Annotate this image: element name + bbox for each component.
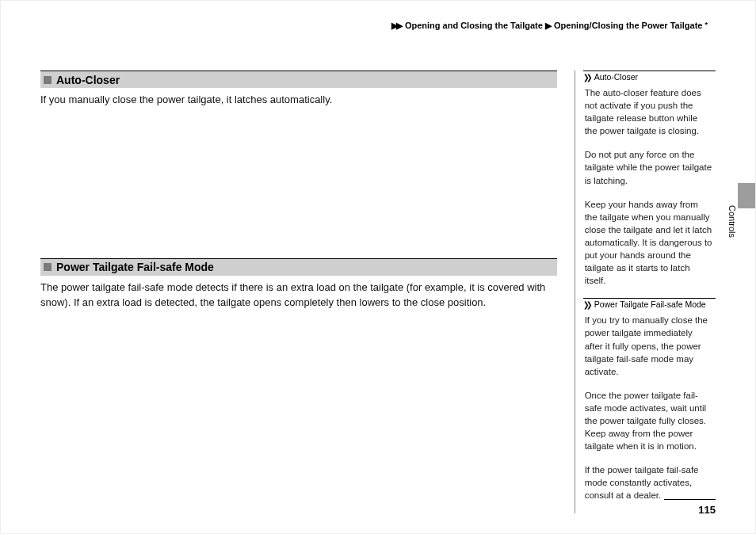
section-thumb-tab	[738, 183, 755, 208]
breadcrumb-seg-2: Opening/Closing the Power Tailgate	[554, 21, 702, 30]
sidebar-paragraph: Keep your hands away from the tailgate w…	[585, 198, 712, 288]
sidebar-paragraph: Do not put any force on the tailgate whi…	[585, 148, 712, 186]
breadcrumb-arrow-icon: ▶	[545, 21, 550, 30]
breadcrumb: ▶▶ Opening and Closing the Tailgate ▶ Op…	[40, 21, 716, 31]
breadcrumb-footnote: *	[704, 21, 708, 29]
breadcrumb-arrow-icon: ▶▶	[391, 21, 401, 30]
section-body-text: If you manually close the power tailgate…	[40, 93, 557, 108]
sidebar-column: ❯❯ Auto-Closer The auto-closer feature d…	[575, 71, 716, 513]
section-side-label: Controls	[727, 205, 737, 238]
chevron-right-icon: ❯❯	[583, 73, 589, 82]
breadcrumb-seg-1: Opening and Closing the Tailgate	[405, 21, 543, 30]
page-number: 115	[698, 504, 716, 516]
chevron-right-icon: ❯❯	[583, 300, 589, 309]
sidebar-heading-failsafe: ❯❯ Power Tailgate Fail-safe Mode	[583, 298, 716, 309]
section-header-failsafe: Power Tailgate Fail-safe Mode	[40, 258, 557, 276]
sidebar-heading-label: Auto-Closer	[594, 72, 638, 82]
main-column: Auto-Closer If you manually close the po…	[40, 71, 575, 311]
section-title: Power Tailgate Fail-safe Mode	[56, 261, 214, 273]
sidebar-paragraph: If you try to manually close the power t…	[585, 314, 712, 377]
sidebar-heading-label: Power Tailgate Fail-safe Mode	[594, 299, 706, 309]
page-number-rule	[664, 499, 716, 500]
square-bullet-icon	[44, 263, 52, 271]
sidebar-heading-auto-closer: ❯❯ Auto-Closer	[583, 71, 716, 82]
square-bullet-icon	[44, 76, 52, 84]
section-header-auto-closer: Auto-Closer	[40, 71, 557, 88]
sidebar-paragraph: The auto-closer feature does not activat…	[585, 86, 712, 137]
sidebar-paragraph: If the power tailgate fail-safe mode con…	[585, 463, 712, 502]
section-body-text: The power tailgate fail-safe mode detect…	[40, 280, 557, 311]
section-title: Auto-Closer	[56, 74, 120, 86]
sidebar-paragraph: Once the power tailgate fail-safe mode a…	[585, 389, 712, 452]
